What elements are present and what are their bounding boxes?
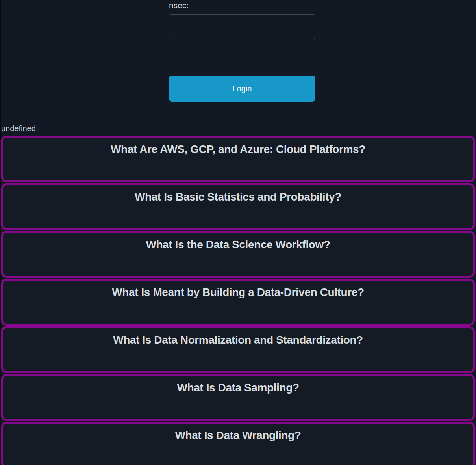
question-card[interactable]: What Are AWS, GCP, and Azure: Cloud Plat… <box>1 136 475 182</box>
login-form: nsec: Login <box>169 0 315 102</box>
question-card[interactable]: What Is Meant by Building a Data-Driven … <box>1 279 475 326</box>
question-card-title: What Is Basic Statistics and Probability… <box>3 191 473 203</box>
question-card-title: What Is Data Normalization and Standardi… <box>3 334 473 346</box>
question-card-list: What Are AWS, GCP, and Azure: Cloud Plat… <box>0 136 476 465</box>
question-card[interactable]: What Is the Data Science Workflow? <box>1 231 475 278</box>
nsec-input[interactable] <box>169 14 315 39</box>
question-card-title: What Are AWS, GCP, and Azure: Cloud Plat… <box>3 143 473 156</box>
nsec-label: nsec: <box>169 0 315 10</box>
question-card[interactable]: What Is Basic Statistics and Probability… <box>1 183 475 230</box>
question-card-title: What Is Data Sampling? <box>3 381 473 394</box>
question-card-title: What Is Meant by Building a Data-Driven … <box>3 286 473 299</box>
status-text: undefined <box>1 124 476 133</box>
question-card-title: What Is Data Wrangling? <box>3 429 473 442</box>
question-card-title: What Is the Data Science Workflow? <box>3 238 473 251</box>
question-card[interactable]: What Is Data Wrangling? <box>1 422 475 465</box>
login-button[interactable]: Login <box>169 76 315 102</box>
page-left-edge <box>0 0 1 465</box>
question-card[interactable]: What Is Data Normalization and Standardi… <box>1 326 475 373</box>
question-card[interactable]: What Is Data Sampling? <box>1 374 475 421</box>
